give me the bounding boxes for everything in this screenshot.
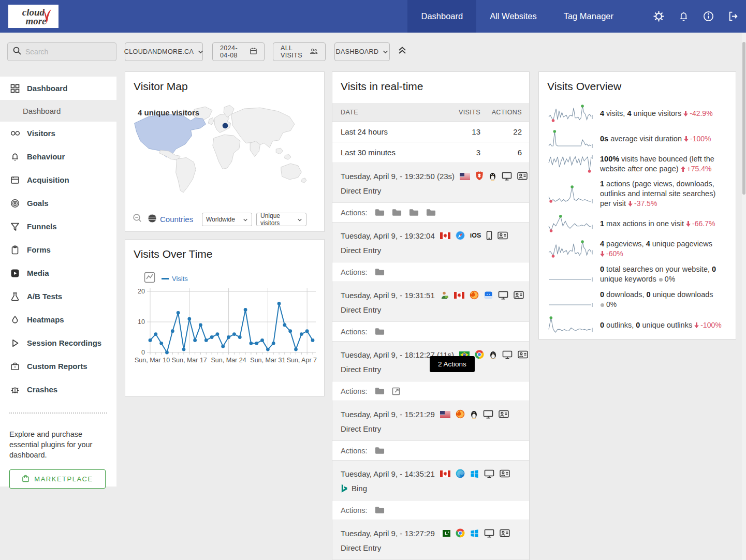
overview-metric-row: 4 pageviews, 4 unique pageviews -60% bbox=[547, 239, 728, 259]
nav-item-dashboard[interactable]: Dashboard bbox=[407, 0, 476, 33]
folder-icon[interactable] bbox=[375, 209, 385, 216]
sidebar-item-acquisition[interactable]: Acquisition bbox=[0, 168, 116, 191]
sidebar-item-label: Funnels bbox=[27, 222, 57, 231]
metric-text: 4 visits, 4 unique visitors -42.9% bbox=[600, 109, 713, 119]
info-icon[interactable] bbox=[703, 11, 714, 22]
map-uk bbox=[208, 117, 214, 124]
sidebar-item-session-recordings[interactable]: Session Recordings bbox=[0, 331, 116, 355]
search-box[interactable] bbox=[7, 42, 116, 61]
metric-text: 1 actions (page views, downloads, outlin… bbox=[600, 179, 728, 209]
sidebar-item-a-b-tests[interactable]: A/B Tests bbox=[0, 285, 116, 308]
desktop-icon bbox=[484, 529, 494, 538]
visit-info-row[interactable]: Tuesday, April 9, - 19:31:51Direct Entry bbox=[332, 282, 529, 322]
sidebar: DashboardDashboardVisitorsBehaviourAcqui… bbox=[0, 77, 116, 487]
overview-metric-row: 0 downloads, 0 unique downloads 0% bbox=[547, 289, 728, 310]
referrer-label: Direct Entry bbox=[341, 246, 381, 255]
dashboard-selector-button[interactable]: DASHBOARD bbox=[334, 42, 390, 61]
visit-info-row[interactable]: Tuesday, April 9, - 13:27:29Direct Entry bbox=[332, 520, 529, 560]
trend-down-indicator: -42.9% bbox=[683, 109, 712, 117]
segment-selector-button[interactable]: ALL VISITS bbox=[273, 42, 326, 61]
countries-link[interactable]: Countries bbox=[160, 215, 193, 224]
sidebar-item-goals[interactable]: Goals bbox=[0, 191, 116, 215]
visit-info-row[interactable]: Tuesday, April 9, - 19:32:50 (23s)Direct… bbox=[332, 163, 529, 203]
folder-icon[interactable] bbox=[375, 506, 385, 514]
folder-icon[interactable] bbox=[426, 209, 436, 216]
linux-icon bbox=[489, 350, 497, 359]
svg-text:0: 0 bbox=[141, 349, 145, 356]
settings-gear-icon[interactable] bbox=[653, 11, 664, 22]
actions-label: Actions: bbox=[341, 328, 368, 336]
profile-icon bbox=[500, 529, 510, 537]
nav-item-tag-manager[interactable]: Tag Manager bbox=[550, 0, 627, 33]
flask-icon bbox=[10, 291, 20, 301]
svg-text:10: 10 bbox=[138, 318, 145, 326]
sidebar-item-crashes[interactable]: Crashes bbox=[0, 378, 116, 401]
play-icon bbox=[10, 338, 20, 348]
profile-icon bbox=[500, 469, 510, 478]
zoom-out-icon[interactable] bbox=[133, 213, 142, 225]
visit-info-row[interactable]: Tuesday, April 9, - 19:32:04iOSDirect En… bbox=[332, 223, 529, 262]
overview-metric-row: 1 actions (page views, downloads, outlin… bbox=[547, 179, 728, 209]
folder-icon[interactable] bbox=[375, 268, 385, 276]
visit-info-row[interactable]: Tuesday, April 9, - 14:35:21Bing bbox=[332, 461, 529, 500]
external-icon[interactable] bbox=[392, 387, 400, 395]
date-selector-button[interactable]: 2024-04-08 bbox=[212, 42, 265, 61]
logo[interactable]: cloud more bbox=[8, 5, 58, 28]
chevron-down-icon bbox=[297, 216, 302, 223]
referrer-label: Direct Entry bbox=[341, 186, 381, 195]
map-region-select[interactable]: Worldwide bbox=[202, 213, 252, 226]
bug-icon bbox=[10, 385, 20, 394]
widget-title: Visits Overview bbox=[539, 72, 736, 93]
visit-entry: Tuesday, April 9, - 13:27:29Direct Entry… bbox=[332, 520, 529, 560]
search-input[interactable] bbox=[25, 48, 103, 56]
widget-title: Visits Over Time bbox=[125, 240, 324, 260]
notifications-bell-icon[interactable] bbox=[678, 11, 689, 22]
visit-actions-row: Actions: bbox=[332, 322, 529, 342]
flag-ca-icon bbox=[454, 292, 464, 299]
sidebar-item-custom-reports[interactable]: Custom Reports bbox=[0, 355, 116, 378]
visit-entry: Tuesday, April 9, - 14:35:21BingActions: bbox=[332, 461, 529, 520]
page-scrollbar[interactable] bbox=[742, 33, 746, 560]
profile-icon bbox=[498, 231, 508, 240]
nav-item-all-websites[interactable]: All Websites bbox=[476, 0, 550, 33]
sidebar-item-label: Forms bbox=[27, 245, 51, 254]
actions-label: Actions: bbox=[341, 387, 368, 395]
visit-info-row[interactable]: Tuesday, April 9, - 15:21:29Direct Entry bbox=[332, 401, 529, 441]
actions-label: Actions: bbox=[341, 506, 368, 514]
desktop-icon bbox=[502, 350, 513, 359]
map-metric-select[interactable]: Unique visitors bbox=[256, 213, 306, 226]
folder-icon[interactable] bbox=[392, 209, 402, 216]
visit-referrer: Bing bbox=[341, 481, 521, 495]
sidebar-item-visitors[interactable]: Visitors bbox=[0, 122, 116, 145]
column-visits: VISITS bbox=[444, 109, 480, 116]
folder-icon[interactable] bbox=[409, 209, 419, 216]
clipboard-icon bbox=[10, 245, 20, 255]
visit-timestamp: Tuesday, April 9, - 19:32:50 (23s) bbox=[341, 172, 455, 181]
visit-actions-row: Actions: bbox=[332, 441, 529, 461]
visits-line-chart[interactable]: 01020Sun, Mar 10Sun, Mar 17Sun, Mar 24Su… bbox=[134, 280, 318, 371]
sidebar-item-label: Dashboard bbox=[27, 84, 67, 93]
sidebar-item-heatmaps[interactable]: Heatmaps bbox=[0, 308, 116, 331]
referrer-label: Bing bbox=[352, 484, 367, 493]
folder-icon[interactable] bbox=[375, 328, 385, 335]
sidebar-item-behaviour[interactable]: Behaviour bbox=[0, 145, 116, 168]
logout-icon[interactable] bbox=[728, 11, 739, 22]
folder-icon[interactable] bbox=[375, 387, 385, 395]
collapse-double-chevron-up-icon[interactable] bbox=[398, 46, 407, 56]
sidebar-item-label: Session Recordings bbox=[27, 338, 101, 347]
marketplace-button[interactable]: MARKETPLACE bbox=[9, 469, 106, 489]
windows-icon bbox=[470, 469, 479, 478]
sidebar-item-media[interactable]: Media bbox=[0, 261, 116, 285]
map-asia bbox=[231, 108, 295, 148]
sidebar-item-funnels[interactable]: Funnels bbox=[0, 215, 116, 238]
website-selector-button[interactable]: CLOUDANDMORE.CA bbox=[125, 42, 203, 61]
folder-icon[interactable] bbox=[375, 447, 385, 454]
visits-over-time-widget: Visits Over Time Visits 01020Sun, Mar 10… bbox=[125, 239, 325, 396]
scrollbar-thumb[interactable] bbox=[742, 42, 745, 195]
sidebar-item-forms[interactable]: Forms bbox=[0, 238, 116, 261]
sidebar-item-dashboard[interactable]: Dashboard bbox=[0, 100, 116, 122]
sidebar-promo-text: Explore and purchase essential plugins f… bbox=[0, 414, 116, 460]
trend-flat-indicator: 0% bbox=[600, 300, 617, 308]
mobile-icon bbox=[486, 231, 492, 240]
sidebar-item-dashboard[interactable]: Dashboard bbox=[0, 77, 116, 100]
